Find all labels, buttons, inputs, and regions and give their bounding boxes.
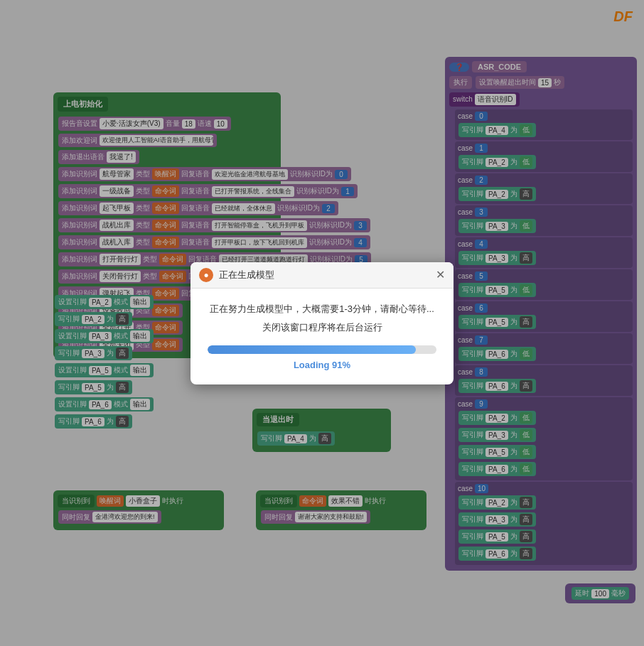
modal-overlay: ● 正在生成模型 ✕ 正在努力生成模型中，大概需要1-3分钟，请耐心等待... … (0, 0, 644, 646)
progress-bar-fill (208, 345, 416, 354)
modal-icon: ● (199, 268, 213, 282)
modal-header-left: ● 正在生成模型 (199, 268, 274, 282)
progress-bar-container (208, 345, 436, 354)
progress-text: Loading 91% (208, 360, 436, 370)
modal-dialog: ● 正在生成模型 ✕ 正在努力生成模型中，大概需要1-3分钟，请耐心等待... … (190, 262, 454, 384)
modal-title: 正在生成模型 (219, 269, 274, 281)
modal-text1: 正在努力生成模型中，大概需要1-3分钟，请耐心等待... (208, 303, 436, 316)
modal-body: 正在努力生成模型中，大概需要1-3分钟，请耐心等待... 关闭该窗口程序将在后台… (190, 289, 454, 384)
modal-close-button[interactable]: ✕ (436, 268, 445, 281)
modal-text2: 关闭该窗口程序将在后台运行 (208, 321, 436, 334)
modal-header: ● 正在生成模型 ✕ (190, 262, 454, 289)
